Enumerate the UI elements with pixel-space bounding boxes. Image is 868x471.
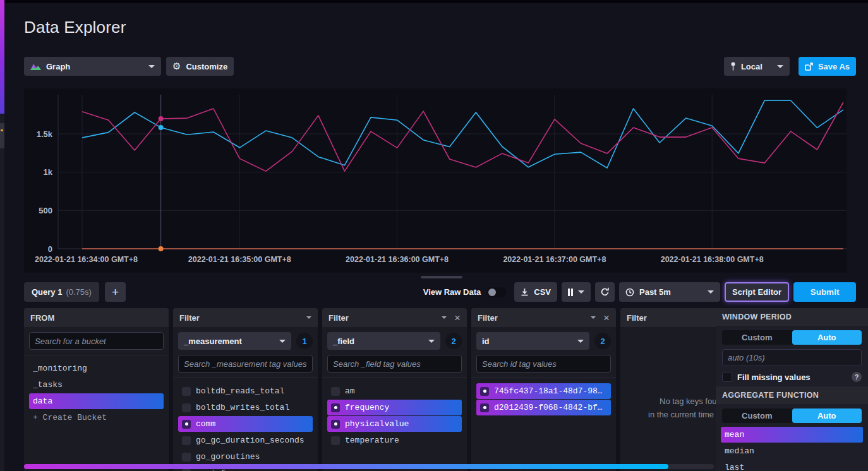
query-tab[interactable]: Query 1 (0.75s) xyxy=(24,282,99,302)
from-panel-header: FROM xyxy=(24,308,169,327)
time-series-chart[interactable]: 05001k1.5k2022-01-21 16:34:00 GMT+82022-… xyxy=(24,88,847,273)
bucket-search-input[interactable] xyxy=(29,332,164,350)
tag-value-list: boltdb_reads_totalboltdb_writes_totalcom… xyxy=(178,383,313,471)
fill-missing-values-checkbox[interactable] xyxy=(722,372,732,382)
chevron-down-icon[interactable] xyxy=(442,316,447,319)
bucket-item[interactable]: data xyxy=(29,393,164,409)
window-custom-option[interactable]: Custom xyxy=(722,330,792,345)
add-query-button[interactable]: + xyxy=(105,282,126,302)
time-range-label: Past 5m xyxy=(639,287,671,297)
checkbox[interactable] xyxy=(182,453,191,462)
checkbox[interactable] xyxy=(182,420,191,429)
customize-button[interactable]: ⚙ Customize xyxy=(166,57,234,76)
hover-dot-magenta xyxy=(159,116,164,121)
chevron-down-icon xyxy=(577,340,584,343)
tag-value-search-input[interactable] xyxy=(178,355,313,373)
x-axis-tick-label: 2022-01-21 16:34:00 GMT+8 xyxy=(35,255,138,264)
checkbox[interactable] xyxy=(182,436,191,445)
filter-title: Filter xyxy=(179,313,200,323)
checkbox[interactable] xyxy=(480,403,489,412)
x-axis-tick-label: 2022-01-21 16:38:00 GMT+8 xyxy=(661,255,764,264)
checkbox[interactable] xyxy=(182,469,191,471)
close-icon[interactable]: × xyxy=(603,313,610,323)
divider xyxy=(471,378,616,378)
csv-label: CSV xyxy=(534,287,551,297)
view-type-dropdown[interactable]: Graph xyxy=(24,57,161,76)
filter-title: Filter xyxy=(627,313,647,323)
graph-icon xyxy=(30,63,41,71)
checkbox[interactable] xyxy=(182,403,191,412)
bucket-list: _monitoring_tasksdata+ Create Bucket xyxy=(29,361,164,426)
local-label: Local xyxy=(741,62,763,71)
time-range-dropdown[interactable]: Past 5m xyxy=(619,282,720,302)
checkbox[interactable] xyxy=(331,436,340,445)
aggregate-custom-option[interactable]: Custom xyxy=(722,408,792,423)
bucket-item[interactable]: _tasks xyxy=(29,377,164,393)
tag-value-item[interactable]: go_goroutines xyxy=(178,449,313,465)
csv-download-button[interactable]: CSV xyxy=(514,282,557,302)
chevron-down-icon xyxy=(777,65,783,68)
tag-key-dropdown[interactable]: _field xyxy=(327,332,440,350)
tag-value-item[interactable]: go_gc_duration_seconds xyxy=(178,432,313,448)
filter-body: _field2amfrequencyphysicalvaluetemperatu… xyxy=(322,327,467,454)
aggregate-function-item[interactable]: mean xyxy=(721,427,863,443)
help-icon[interactable]: ? xyxy=(852,372,862,382)
bucket-item[interactable]: + Create Bucket xyxy=(29,410,164,426)
chevron-down-icon[interactable] xyxy=(306,316,311,319)
query-tab-time: (0.75s) xyxy=(66,287,91,297)
filter-header: Filter xyxy=(173,308,318,327)
data-explorer-page: Data Explorer Graph ⚙ Customize xyxy=(0,0,868,471)
checkbox[interactable] xyxy=(331,387,340,396)
tag-value-item[interactable]: comm xyxy=(178,416,313,432)
aggregate-auto-option[interactable]: Auto xyxy=(792,408,862,423)
tag-value-item[interactable]: 745fc437-18a1-48d7-98a6-7… xyxy=(476,383,611,399)
customize-label: Customize xyxy=(186,62,227,71)
horizontal-scrollbar-thumb[interactable] xyxy=(24,464,668,469)
window-auto-option[interactable]: Auto xyxy=(792,330,862,345)
checkbox[interactable] xyxy=(331,403,340,412)
local-dropdown[interactable]: Local xyxy=(724,57,790,76)
checkbox[interactable] xyxy=(182,387,191,396)
tag-value-item[interactable]: boltdb_writes_total xyxy=(178,400,313,415)
aggregate-function-item[interactable]: median xyxy=(721,443,863,459)
refresh-button[interactable] xyxy=(595,282,615,302)
left-nav-gradient xyxy=(0,0,4,114)
pause-dropdown-button[interactable] xyxy=(562,282,591,302)
page-title: Data Explorer xyxy=(24,18,126,37)
y-axis-tick-label: 500 xyxy=(39,206,52,215)
bucket-item[interactable]: _monitoring xyxy=(29,361,164,376)
filter-body: id2745fc437-18a1-48d7-98a6-7…d2012439-f0… xyxy=(471,327,616,421)
submit-button[interactable]: Submit xyxy=(793,282,856,302)
window-period-input[interactable] xyxy=(722,349,862,366)
tag-value-search-input[interactable] xyxy=(476,355,611,373)
checkbox[interactable] xyxy=(480,387,489,396)
tag-key-dropdown[interactable]: _measurement xyxy=(178,332,291,350)
tag-value-search-input[interactable] xyxy=(327,355,462,373)
tag-key-label: _measurement xyxy=(184,337,242,346)
tag-value-item[interactable]: physicalvalue xyxy=(327,416,462,432)
tag-value-item[interactable]: frequency xyxy=(327,400,462,415)
selected-count-badge: 1 xyxy=(296,333,313,349)
tag-key-dropdown[interactable]: id xyxy=(476,332,589,350)
divider xyxy=(173,378,318,378)
tag-value-item-label: d2012439-f068-4842-bfef-8… xyxy=(494,403,607,412)
horizontal-scrollbar-track[interactable] xyxy=(24,464,714,469)
toggle-knob xyxy=(488,289,496,296)
tag-value-item[interactable]: d2012439-f068-4842-bfef-8… xyxy=(476,400,611,415)
tag-value-item[interactable]: temperature xyxy=(327,432,462,448)
close-icon[interactable]: × xyxy=(454,313,461,323)
divider xyxy=(24,355,169,355)
save-as-button[interactable]: Save As xyxy=(799,57,856,76)
bucket-item-label: data xyxy=(33,396,52,406)
tag-value-item-label: go_gc_duration_seconds xyxy=(196,436,304,445)
checkbox[interactable] xyxy=(331,420,340,429)
chevron-down-icon[interactable] xyxy=(591,316,596,319)
tag-value-item[interactable]: am xyxy=(327,383,462,399)
view-raw-data-toggle[interactable] xyxy=(487,287,506,297)
selected-count-badge: 2 xyxy=(445,333,462,349)
aggregate-function-item[interactable]: last xyxy=(721,460,863,471)
script-editor-button[interactable]: Script Editor xyxy=(725,282,789,302)
aggregate-function-item-label: median xyxy=(725,446,754,456)
tag-value-item[interactable]: boltdb_reads_total xyxy=(178,383,313,399)
chart-resize-handle[interactable] xyxy=(421,276,462,278)
